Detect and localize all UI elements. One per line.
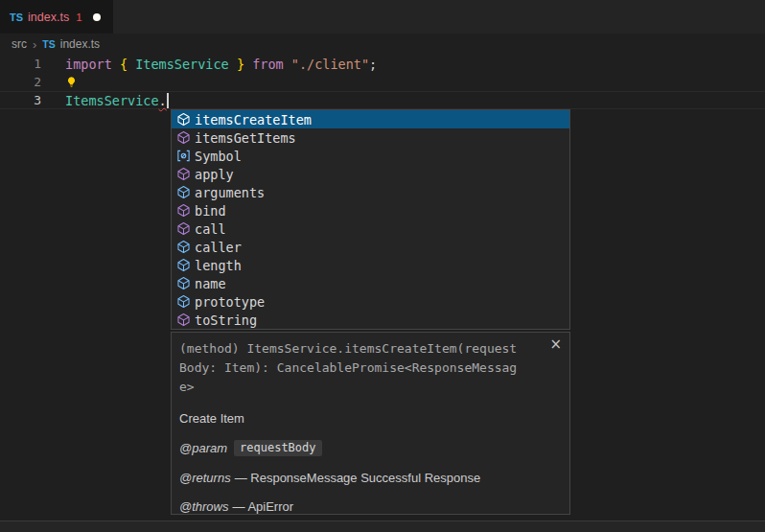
jsdoc-tag: @param <box>179 441 227 455</box>
suggestion-item[interactable]: apply <box>172 165 569 183</box>
docs-description: Create Item <box>179 411 562 426</box>
code-token: import <box>65 57 112 72</box>
jsdoc-param-row: @param requestBody <box>179 440 562 456</box>
symbol-field-icon <box>176 276 191 290</box>
symbol-field-icon <box>176 258 191 272</box>
symbol-field-icon <box>176 294 191 309</box>
breadcrumb: src › TS index.ts <box>0 34 765 55</box>
suggestion-label: call <box>195 221 226 237</box>
suggestion-label: apply <box>195 167 234 182</box>
jsdoc-text: — ApiError <box>233 499 294 514</box>
code-token <box>229 57 237 72</box>
line-number: 1 <box>0 57 65 71</box>
symbol-method-icon <box>176 203 191 218</box>
jsdoc-returns-row: @returns — ResponseMessage Successful Re… <box>179 471 562 485</box>
suggestion-item[interactable]: call <box>172 220 569 238</box>
code-token: ItemsService <box>65 93 159 108</box>
jsdoc-throws-row: @throws — ApiError <box>179 499 562 514</box>
suggestion-item[interactable]: bind <box>172 201 569 220</box>
suggestion-label: itemsGetItems <box>195 130 296 146</box>
symbol-method-icon <box>176 130 191 145</box>
symbol-field-icon <box>176 240 191 254</box>
code-token <box>112 57 120 72</box>
code-token <box>244 57 252 72</box>
suggestion-item[interactable]: itemsGetItems <box>172 128 569 147</box>
jsdoc-tag: @throws <box>179 499 229 514</box>
chevron-right-icon: › <box>33 37 36 52</box>
code-token: ; <box>369 57 377 72</box>
symbol-method-icon <box>176 221 191 236</box>
suggestion-item[interactable]: toString <box>172 311 569 329</box>
code-token: } <box>237 57 244 72</box>
code-token-error: . <box>159 93 167 108</box>
suggestion-label: bind <box>195 203 226 219</box>
symbol-field-icon <box>176 185 191 199</box>
code-token: "./client" <box>291 57 369 72</box>
suggestion-item[interactable]: length <box>172 256 569 274</box>
suggestion-label: Symbol <box>195 149 242 164</box>
breadcrumb-item-file[interactable]: index.ts <box>60 37 100 51</box>
suggestion-label: caller <box>195 240 242 255</box>
code-token: from <box>252 57 284 72</box>
code-line[interactable]: 3 ItemsService . <box>0 91 765 109</box>
suggestion-label: name <box>195 276 226 291</box>
close-icon[interactable]: × <box>549 337 562 352</box>
code-token: { <box>120 57 128 72</box>
jsdoc-tag: @returns <box>179 471 231 485</box>
suggest-docs-panel: × (method) ItemsService.itemsCreateItem(… <box>171 332 570 515</box>
text-cursor <box>167 93 169 108</box>
suggestion-item[interactable]: name <box>172 274 569 292</box>
suggestion-item[interactable]: prototype <box>172 292 569 311</box>
param-code-chip: requestBody <box>234 440 321 456</box>
suggestion-item[interactable]: arguments <box>172 183 569 201</box>
line-number: 2 <box>0 75 65 89</box>
code-line[interactable]: 2 <box>0 73 765 91</box>
problem-count-badge: 1 <box>76 12 81 23</box>
code-token <box>128 57 135 72</box>
suggestion-label: toString <box>195 312 257 328</box>
suggestion-item[interactable]: itemsCreateItem <box>172 110 569 128</box>
suggestion-label: itemsCreateItem <box>195 112 312 127</box>
typescript-file-icon: TS <box>42 38 55 50</box>
breadcrumb-item-src[interactable]: src <box>12 37 27 51</box>
suggestion-label: length <box>195 258 242 273</box>
lightbulb-icon[interactable] <box>65 76 78 89</box>
modified-dot-icon[interactable] <box>93 13 101 21</box>
code-token <box>284 57 291 72</box>
typescript-file-icon: TS <box>10 12 23 23</box>
tab-filename: index.ts <box>28 11 69 24</box>
suggest-widget: itemsCreateItem itemsGetItems Symbol app… <box>171 109 570 330</box>
suggestion-item[interactable]: caller <box>172 238 569 256</box>
symbol-method-icon <box>176 312 191 327</box>
suggestion-item[interactable]: Symbol <box>172 147 569 165</box>
method-signature: (method) ItemsService.itemsCreateItem(re… <box>179 339 519 397</box>
code-token: ItemsService <box>135 57 229 72</box>
symbol-method-icon <box>176 112 191 127</box>
line-number: 3 <box>0 93 65 107</box>
jsdoc-text: — ResponseMessage Successful Response <box>235 471 481 485</box>
editor-tab[interactable]: TS index.ts 1 <box>0 0 113 34</box>
symbol-method-icon <box>176 167 191 181</box>
symbol-variable-icon <box>176 149 191 163</box>
code-line[interactable]: 1 import { ItemsService } from "./client… <box>0 55 765 73</box>
suggestion-label: arguments <box>195 185 265 200</box>
tab-bar: TS index.ts 1 <box>0 0 765 34</box>
suggestion-label: prototype <box>195 294 265 310</box>
bottom-strip <box>0 521 765 532</box>
